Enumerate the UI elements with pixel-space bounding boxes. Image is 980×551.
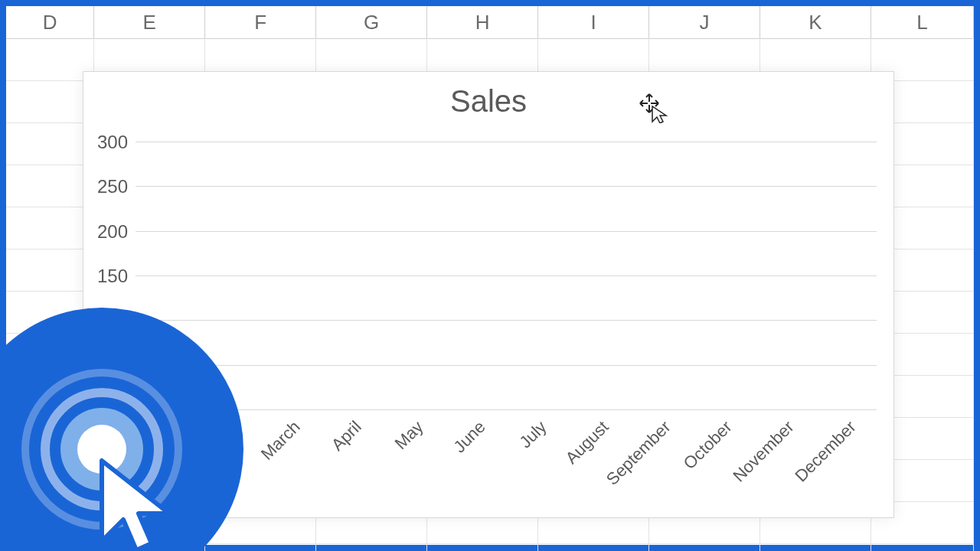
x-label-slot: June — [444, 417, 506, 509]
column-header[interactable]: J — [649, 6, 760, 38]
column-header[interactable]: F — [205, 6, 316, 38]
grid-cell[interactable] — [6, 165, 94, 207]
x-label-slot: September — [629, 417, 691, 509]
x-label-slot: April — [321, 417, 383, 509]
bar-series — [136, 142, 877, 410]
cursor-icon — [94, 457, 186, 551]
column-header[interactable]: H — [427, 6, 538, 38]
column-header[interactable]: G — [316, 6, 427, 38]
grid-cell[interactable] — [6, 122, 94, 165]
grid-cell[interactable] — [538, 543, 649, 551]
x-tick-label: May — [391, 417, 428, 454]
y-tick-label: 200 — [97, 221, 136, 243]
x-tick-label: June — [449, 417, 489, 457]
column-headers: DEFGHIJKL — [6, 6, 974, 39]
grid-cell[interactable] — [6, 38, 94, 80]
y-tick-label: 250 — [97, 176, 136, 197]
chart-title: Sales — [83, 84, 893, 119]
column-header[interactable]: L — [871, 6, 974, 38]
grid-cell[interactable] — [427, 543, 538, 551]
x-axis-labels: JanuaryFebruaryMarchAprilMayJuneJulyAugu… — [136, 417, 877, 509]
grid-cell[interactable] — [760, 543, 871, 551]
column-header[interactable]: I — [538, 6, 649, 38]
column-header[interactable]: K — [760, 6, 871, 38]
x-label-slot: May — [383, 417, 445, 509]
grid-cell[interactable] — [205, 543, 316, 551]
app-frame: DEFGHIJKL Sales 050100150200250300 Janua… — [0, 0, 980, 551]
x-tick-label: July — [516, 417, 551, 452]
column-header[interactable]: E — [94, 6, 205, 38]
plot-area: 050100150200250300 — [136, 142, 877, 410]
y-tick-label: 300 — [97, 132, 136, 153]
grid-cell[interactable] — [649, 543, 760, 551]
grid-cell[interactable] — [6, 207, 94, 249]
grid-cell[interactable] — [6, 80, 94, 122]
x-label-slot: December — [815, 417, 877, 509]
grid-cell[interactable] — [6, 249, 94, 291]
x-tick-label: April — [328, 417, 366, 455]
x-tick-label: August — [562, 417, 613, 468]
grid-cell[interactable] — [871, 543, 974, 551]
x-tick-label: March — [256, 417, 304, 465]
x-label-slot: March — [259, 417, 321, 509]
y-tick-label: 150 — [97, 266, 136, 287]
column-header[interactable]: D — [6, 6, 94, 38]
grid-cell[interactable] — [316, 543, 427, 551]
x-label-slot: July — [506, 417, 568, 509]
